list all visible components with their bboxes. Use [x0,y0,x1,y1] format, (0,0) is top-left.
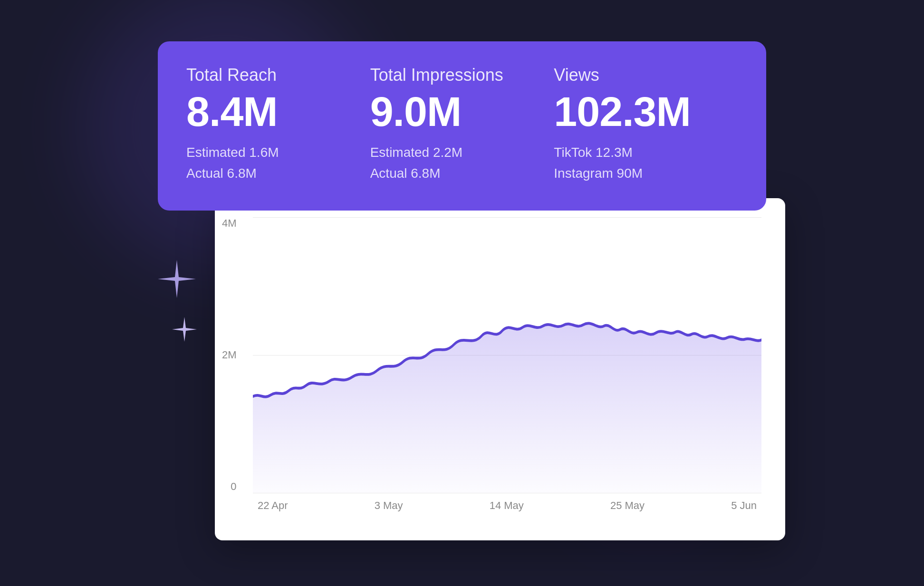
x-label-jun: 5 Jun [731,500,757,512]
x-axis: 22 Apr 3 May 14 May 25 May 5 Jun [253,500,761,512]
stat-block-views: Views 102.3M TikTok 12.3M Instagram 90M [554,65,738,185]
x-label-may3: 3 May [375,500,403,512]
views-sub-2: Instagram 90M [554,163,738,184]
impressions-sub-2: Actual 6.8M [370,163,554,184]
reach-value: 8.4M [186,91,370,133]
views-value: 102.3M [554,91,738,133]
reach-sub-2: Actual 6.8M [186,163,370,184]
chart-fill-area [253,323,761,493]
sparkle-small-icon [172,317,197,347]
chart-wrapper: 4M 2M 0 [215,198,785,540]
impressions-label: Total Impressions [370,65,554,85]
impressions-sub: Estimated 2.2M Actual 6.8M [370,142,554,185]
reach-sub: Estimated 1.6M Actual 6.8M [186,142,370,185]
reach-sub-1: Estimated 1.6M [186,142,370,163]
views-sub: TikTok 12.3M Instagram 90M [554,142,738,185]
y-label-4m: 4M [222,217,237,230]
views-sub-1: TikTok 12.3M [554,142,738,163]
x-label-may25: 25 May [610,500,645,512]
x-label-may14: 14 May [490,500,524,512]
chart-container: 4M 2M 0 [253,217,761,512]
views-label: Views [554,65,738,85]
x-label-apr: 22 Apr [258,500,288,512]
grid-line-bottom [253,493,761,493]
impressions-value: 9.0M [370,91,554,133]
y-label-0: 0 [231,480,236,493]
y-axis: 4M 2M 0 [222,217,237,493]
y-label-2m: 2M [222,349,237,361]
stat-block-impressions: Total Impressions 9.0M Estimated 2.2M Ac… [370,65,554,185]
stats-card: Total Reach 8.4M Estimated 1.6M Actual 6… [158,41,766,211]
main-scene: Total Reach 8.4M Estimated 1.6M Actual 6… [129,32,795,555]
stat-block-reach: Total Reach 8.4M Estimated 1.6M Actual 6… [186,65,370,185]
sparkle-large-icon [158,260,196,307]
reach-label: Total Reach [186,65,370,85]
chart-svg [253,217,761,493]
impressions-sub-1: Estimated 2.2M [370,142,554,163]
